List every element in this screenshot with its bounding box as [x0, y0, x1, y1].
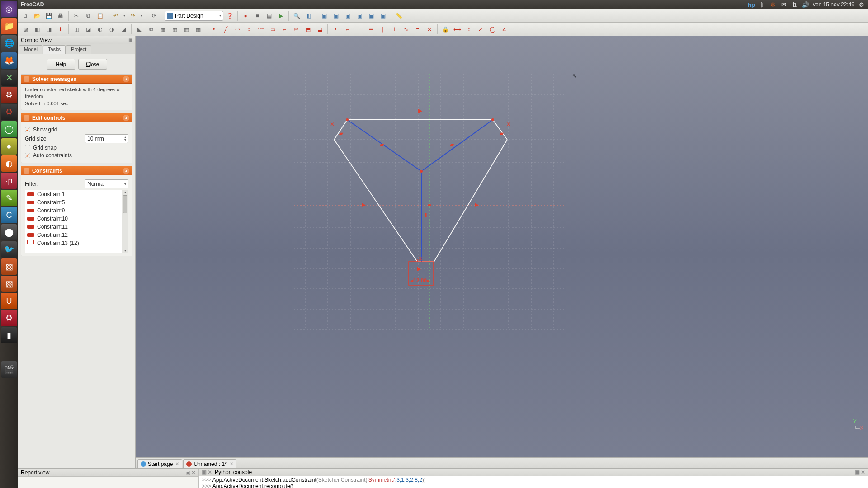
launcher-app-icon[interactable]: ⚙ [1, 104, 17, 120]
copy-icon[interactable]: ⧉ [83, 10, 94, 21]
open-icon[interactable]: 📂 [32, 10, 42, 21]
launcher-app-icon[interactable]: 🐦 [1, 241, 17, 258]
scrollbar[interactable]: ▴ ▾ [122, 190, 128, 253]
view-top-icon[interactable]: ▣ [330, 10, 341, 21]
clock[interactable]: ven 15 nov 22:49 [813, 1, 854, 8]
dropdown-icon[interactable]: ▾ [139, 14, 144, 18]
revolve-icon[interactable]: ◐ [94, 24, 105, 35]
sketch-polyline-icon[interactable]: 〰 [255, 24, 266, 35]
view-right-icon[interactable]: ▣ [342, 10, 353, 21]
help-button[interactable]: Help [47, 59, 75, 70]
sketch-rect-icon[interactable]: ▭ [267, 24, 278, 35]
close-icon[interactable]: ✕ [861, 469, 865, 475]
pad-icon[interactable]: ◫ [71, 24, 82, 35]
sketch-construction-icon[interactable]: ⬓ [314, 24, 325, 35]
collapse-icon[interactable]: ▴ [123, 168, 129, 174]
volume-icon[interactable]: 🔊 [802, 1, 809, 8]
grid-size-field[interactable]: 10 mm ▴▾ [85, 134, 128, 143]
checkbox-grid-snap[interactable] [25, 145, 30, 150]
constraint-row[interactable]: Constraint11 [25, 223, 122, 231]
close-icon[interactable]: ▣ [128, 38, 132, 42]
constrain-tangent-icon[interactable]: ⤡ [401, 24, 411, 35]
constrain-pointonobj-icon[interactable]: ⌐ [342, 24, 353, 35]
view-left-icon[interactable]: ▣ [377, 10, 388, 21]
cut-icon[interactable]: ✂ [71, 10, 82, 21]
checkbox-show-grid[interactable]: ✓ [25, 127, 30, 132]
fillet-icon[interactable]: ◢ [118, 24, 129, 35]
constraint-row[interactable]: Constraint13 (12) [25, 239, 122, 247]
tab-model[interactable]: Model [19, 45, 42, 54]
launcher-terminal-icon[interactable]: ▮ [1, 327, 17, 343]
pocket-icon[interactable]: ◪ [83, 24, 94, 35]
dock-icon[interactable]: ▣ [855, 469, 860, 475]
sketch-point-icon[interactable]: • [208, 24, 219, 35]
linear-pattern-icon[interactable]: ▦ [157, 24, 168, 35]
constrain-lock-icon[interactable]: 🔒 [440, 24, 451, 35]
close-icon[interactable]: ✕ [191, 469, 196, 476]
launcher-app-icon[interactable]: 🌐 [1, 35, 17, 52]
launcher-app-icon[interactable]: ✕ [1, 70, 17, 86]
polar-pattern-icon[interactable]: ▦ [169, 24, 180, 35]
filter-select[interactable]: Normal ▾ [85, 179, 128, 188]
sketch-line-icon[interactable]: ╱ [220, 24, 231, 35]
launcher-app-icon[interactable]: ⬤ [1, 224, 17, 240]
dock-icon[interactable]: ▣ [202, 469, 207, 475]
sketch-leave-icon[interactable]: ◨ [43, 24, 54, 35]
launcher-app-icon[interactable]: ▧ [1, 258, 17, 275]
constrain-length-icon[interactable]: ⤢ [475, 24, 486, 35]
sketch-edit-icon[interactable]: ◧ [32, 24, 42, 35]
save-icon[interactable]: 💾 [43, 10, 54, 21]
collapse-icon[interactable]: ▴ [123, 115, 129, 121]
checkbox-auto-constraints[interactable]: ✓ [25, 153, 30, 158]
panel-header[interactable]: Edit controls ▴ [21, 113, 132, 122]
print-icon[interactable]: 🖶 [55, 10, 66, 21]
mirror-icon[interactable]: ⧉ [146, 24, 156, 35]
sketch-map-icon[interactable]: ⬇ [55, 24, 66, 35]
whatsthis-icon[interactable]: ❓ [224, 10, 235, 21]
launcher-app-icon[interactable]: ✎ [1, 190, 17, 206]
collapse-icon[interactable]: ▴ [123, 76, 129, 82]
measure-icon[interactable]: 📏 [393, 10, 404, 21]
paste-icon[interactable]: 📋 [94, 10, 105, 21]
spinner-icon[interactable]: ▴▾ [124, 136, 126, 141]
launcher-app-icon[interactable]: ▧ [1, 276, 17, 292]
launcher-app-icon[interactable]: ·p [1, 173, 17, 189]
mail-icon[interactable]: ✉ [780, 1, 788, 8]
launcher-app-icon[interactable] [1, 344, 17, 361]
constrain-parallel-icon[interactable]: ∥ [377, 24, 388, 35]
undo-icon[interactable]: ↶ [110, 10, 121, 21]
launcher-app-icon[interactable]: ● [1, 138, 17, 155]
launcher-files-icon[interactable]: 📁 [1, 18, 17, 34]
view-front-icon[interactable]: ▣ [319, 10, 330, 21]
constraint-row[interactable]: Constraint9 [25, 206, 122, 215]
constrain-equal-icon[interactable]: = [412, 24, 423, 35]
view-rear-icon[interactable]: ▣ [354, 10, 365, 21]
dock-icon[interactable]: ▣ [185, 469, 190, 476]
constrain-radius-icon[interactable]: ◯ [487, 24, 498, 35]
macro-list-icon[interactable]: ▤ [264, 10, 274, 21]
launcher-firefox-icon[interactable]: 🦊 [1, 52, 17, 69]
constrain-coincident-icon[interactable]: • [330, 24, 341, 35]
app-indicator-icon[interactable]: ✲ [769, 1, 777, 8]
sketch-external-icon[interactable]: ⬒ [302, 24, 313, 35]
launcher-app-icon[interactable]: ⚙ [1, 310, 17, 326]
tab-project[interactable]: Project [66, 45, 91, 54]
tab-start-page[interactable]: Start page ✕ [137, 459, 182, 468]
constraint-row[interactable]: Constraint1 [25, 190, 122, 198]
close-icon[interactable]: ✕ [208, 469, 212, 475]
macro-stop-icon[interactable]: ■ [252, 10, 263, 21]
macro-play-icon[interactable]: ▶ [275, 10, 286, 21]
groove-icon[interactable]: ◑ [106, 24, 117, 35]
launcher-app-icon[interactable]: ◯ [1, 121, 17, 137]
tab-tasks[interactable]: Tasks [43, 45, 66, 54]
tab-unnamed[interactable]: Unnamed : 1* ✕ [183, 459, 236, 468]
network-icon[interactable]: ⇅ [791, 1, 798, 8]
launcher-dash-icon[interactable]: ◎ [1, 1, 17, 17]
sketch-new-icon[interactable]: ▨ [20, 24, 31, 35]
constrain-hdist-icon[interactable]: ⟷ [452, 24, 462, 35]
hp-icon[interactable]: hp [748, 1, 755, 8]
chamfer-icon[interactable]: ◣ [134, 24, 145, 35]
panel-header[interactable]: Constraints ▴ [21, 166, 132, 175]
multitransform-icon[interactable]: ▦ [193, 24, 203, 35]
constrain-vertical-icon[interactable]: ❘ [354, 24, 364, 35]
